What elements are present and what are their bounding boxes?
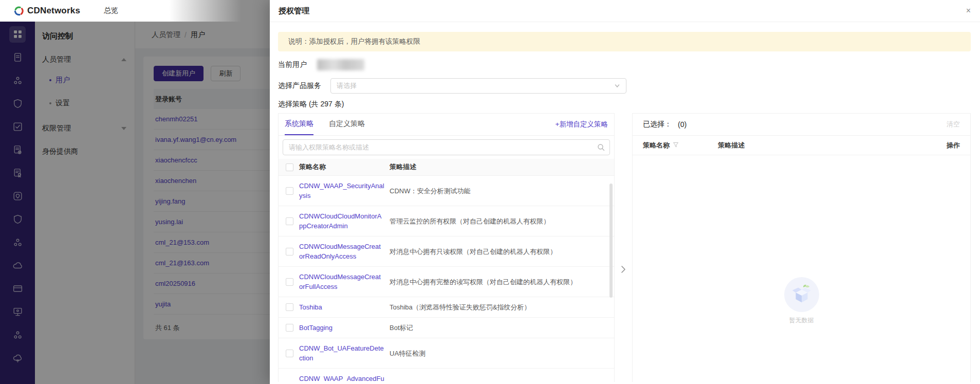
policy-row: CDNWCloudMessageCreatorFullAccess对消息中心拥有… [279, 267, 614, 297]
policy-desc: 对消息中心拥有完整的读写权限（对自己创建的机器人有权限） [390, 277, 614, 287]
topnav-overview[interactable]: 总览 [104, 6, 118, 15]
tab-system-policy[interactable]: 系统策略 [285, 114, 313, 135]
policy-tabs: 系统策略 自定义策略 +新增自定义策略 [279, 114, 614, 136]
policy-desc: Toshiba（浏览器特性验证失败惩罚&指纹分析） [390, 302, 614, 312]
policy-name-link[interactable]: Toshiba [299, 302, 390, 312]
select-placeholder: 请选择 [337, 81, 357, 90]
drawer-header: 授权管理 × [270, 0, 980, 22]
selected-policies-panel: 已选择： (0) 清空 策略名称 策略描述 操作 [632, 113, 971, 382]
empty-box-icon [784, 277, 819, 312]
policy-row: CDNW_WAAP_SecurityAnalysisCDNW：安全分析测试功能 [279, 176, 614, 206]
selected-label: 已选择： [643, 120, 672, 129]
policy-count-label: 选择策略 (共 297 条) [278, 100, 971, 109]
chevron-right-icon [620, 265, 626, 274]
policy-search-input[interactable] [283, 139, 610, 155]
policy-name-link[interactable]: CDNW_WAAP_SecurityAnalysis [299, 181, 390, 200]
current-user-label: 当前用户 [278, 60, 307, 69]
top-header-left: CDNetworks 总览 [0, 0, 242, 22]
policy-desc: 管理云监控的所有权限（对自己创建的机器人有权限） [390, 216, 614, 226]
row-checkbox[interactable] [286, 303, 293, 311]
policy-desc: UA特征检测 [390, 349, 614, 358]
policy-row: CDNW_WAAP_AdvancedFunc_DDoSDatabyResourc… [279, 369, 614, 382]
policy-name-link[interactable]: CDNW_WAAP_AdvancedFunc_DDoSDatabyResourc… [299, 374, 390, 382]
brand-logo[interactable]: CDNetworks [14, 6, 80, 16]
row-checkbox[interactable] [286, 187, 293, 195]
row-checkbox[interactable] [286, 278, 293, 286]
col-selected-action: 操作 [947, 141, 960, 150]
screen: 访问控制 人员管理 用户 设置 权限管理 身份提供商 人员管理 / 用户 创建新… [0, 0, 980, 384]
empty-state: 暂无数据 [784, 277, 819, 325]
product-service-select[interactable]: 请选择 [330, 78, 626, 94]
policy-row: ToshibaToshiba（浏览器特性验证失败惩罚&指纹分析） [279, 297, 614, 318]
search-icon [597, 143, 605, 151]
policy-name-link[interactable]: CDNWCloudMessageCreatorFullAccess [299, 272, 390, 291]
col-policy-desc: 策略描述 [390, 162, 614, 172]
policy-desc: Bot标记 [390, 323, 614, 333]
policy-row: CDNWCloudMessageCreatorReadOnlyAccess对消息… [279, 236, 614, 267]
authorization-drawer: 授权管理 × 说明：添加授权后，用户将拥有该策略权限 当前用户 选择产品服务 请… [270, 0, 980, 384]
row-checkbox[interactable] [286, 248, 293, 255]
policy-row: CDNWCloudCloudMonitorAppCreatorAdmin管理云监… [279, 206, 614, 236]
drawer-title: 授权管理 [279, 6, 309, 16]
current-user-value-blurred [317, 59, 364, 70]
row-checkbox[interactable] [286, 324, 293, 332]
tab-custom-policy[interactable]: 自定义策略 [329, 114, 365, 135]
product-service-label: 选择产品服务 [278, 81, 321, 90]
select-all-checkbox[interactable] [286, 163, 293, 171]
policy-list-panel: 系统策略 自定义策略 +新增自定义策略 策略名称 策略描述 [278, 113, 615, 382]
col-selected-desc: 策略描述 [718, 141, 929, 150]
policy-desc: 对消息中心拥有只读权限（对自己创建的机器人有权限） [390, 247, 614, 257]
col-policy-name: 策略名称 [299, 162, 390, 172]
row-checkbox[interactable] [286, 217, 293, 225]
chevron-down-icon [614, 83, 620, 89]
policy-name-link[interactable]: CDNWCloudCloudMonitorAppCreatorAdmin [299, 211, 390, 231]
policy-desc: CDNW：安全分析测试功能 [390, 186, 614, 196]
collapse-panel-button[interactable] [615, 265, 632, 274]
policy-table-header: 策略名称 策略描述 [279, 159, 614, 176]
brand-name: CDNetworks [27, 6, 80, 16]
row-checkbox[interactable] [286, 350, 293, 357]
policy-name-link[interactable]: CDNW_Bot_UAFeatureDetection [299, 343, 390, 363]
close-icon[interactable]: × [966, 7, 971, 15]
clear-all-link[interactable]: 清空 [947, 120, 960, 129]
filter-funnel-icon[interactable] [673, 142, 679, 148]
policy-name-link[interactable]: CDNWCloudMessageCreatorReadOnlyAccess [299, 242, 390, 261]
selected-header: 已选择： (0) 清空 [633, 114, 970, 136]
policy-row: BotTaggingBot标记 [279, 318, 614, 338]
selected-table-header: 策略名称 策略描述 操作 [633, 136, 970, 155]
empty-text: 暂无数据 [784, 316, 819, 325]
col-selected-name: 策略名称 [643, 141, 718, 150]
add-custom-policy-link[interactable]: +新增自定义策略 [556, 120, 608, 129]
info-banner: 说明：添加授权后，用户将拥有该策略权限 [278, 32, 971, 51]
cdnetworks-logo-icon [14, 6, 24, 16]
policy-search [279, 136, 614, 159]
selected-count: (0) [678, 120, 687, 129]
scrollbar-thumb[interactable] [609, 184, 613, 298]
policy-row: CDNW_Bot_UAFeatureDetectionUA特征检测 [279, 338, 614, 369]
policy-name-link[interactable]: BotTagging [299, 323, 390, 333]
